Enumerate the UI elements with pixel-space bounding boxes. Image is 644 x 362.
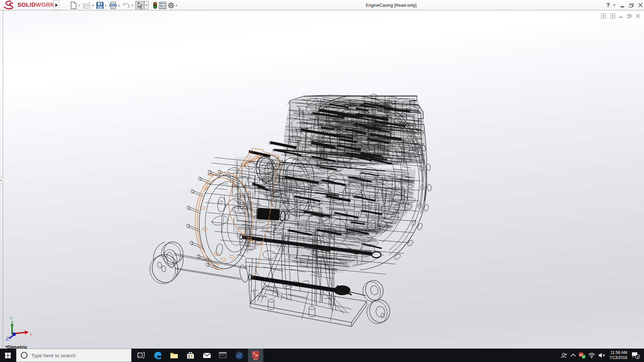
svg-text:C:\_: C:\_ <box>220 354 226 357</box>
svg-text:x: x <box>30 333 32 336</box>
svg-text:W: W <box>255 354 258 357</box>
svg-text:Y: Y <box>10 316 13 320</box>
svg-text:3: 3 <box>637 355 638 359</box>
svg-text:2017: 2017 <box>254 358 258 360</box>
